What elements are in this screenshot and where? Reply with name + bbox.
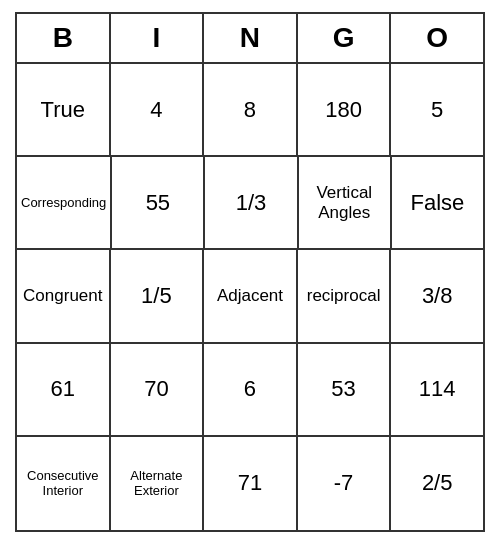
grid-row-1: Corresponding551/3Vertical AnglesFalse bbox=[17, 157, 483, 250]
grid-cell-3-0: 61 bbox=[17, 344, 111, 437]
grid-cell-0-3: 180 bbox=[298, 64, 392, 157]
bingo-grid: True481805Corresponding551/3Vertical Ang… bbox=[17, 64, 483, 530]
grid-cell-0-0: True bbox=[17, 64, 111, 157]
grid-cell-1-1: 55 bbox=[112, 157, 205, 250]
header-cell-i: I bbox=[111, 14, 205, 64]
grid-cell-1-0: Corresponding bbox=[17, 157, 112, 250]
grid-cell-0-1: 4 bbox=[111, 64, 205, 157]
grid-cell-2-0: Congruent bbox=[17, 250, 111, 343]
grid-cell-2-4: 3/8 bbox=[391, 250, 483, 343]
grid-row-2: Congruent1/5Adjacentreciprocal3/8 bbox=[17, 250, 483, 343]
grid-cell-3-2: 6 bbox=[204, 344, 298, 437]
grid-cell-1-3: Vertical Angles bbox=[299, 157, 392, 250]
grid-cell-2-1: 1/5 bbox=[111, 250, 205, 343]
grid-row-3: 6170653114 bbox=[17, 344, 483, 437]
grid-row-4: Consecutive InteriorAlternate Exterior71… bbox=[17, 437, 483, 530]
grid-cell-4-4: 2/5 bbox=[391, 437, 483, 530]
grid-cell-1-4: False bbox=[392, 157, 483, 250]
bingo-card: BINGO True481805Corresponding551/3Vertic… bbox=[15, 12, 485, 532]
header-cell-b: B bbox=[17, 14, 111, 64]
header-row: BINGO bbox=[17, 14, 483, 64]
grid-cell-4-3: -7 bbox=[298, 437, 392, 530]
header-cell-o: O bbox=[391, 14, 483, 64]
header-cell-n: N bbox=[204, 14, 298, 64]
grid-cell-2-2: Adjacent bbox=[204, 250, 298, 343]
grid-cell-3-1: 70 bbox=[111, 344, 205, 437]
header-cell-g: G bbox=[298, 14, 392, 64]
grid-cell-4-2: 71 bbox=[204, 437, 298, 530]
grid-cell-3-3: 53 bbox=[298, 344, 392, 437]
grid-cell-0-4: 5 bbox=[391, 64, 483, 157]
grid-cell-3-4: 114 bbox=[391, 344, 483, 437]
grid-cell-2-3: reciprocal bbox=[298, 250, 392, 343]
grid-cell-4-1: Alternate Exterior bbox=[111, 437, 205, 530]
grid-cell-4-0: Consecutive Interior bbox=[17, 437, 111, 530]
grid-cell-1-2: 1/3 bbox=[205, 157, 298, 250]
grid-cell-0-2: 8 bbox=[204, 64, 298, 157]
grid-row-0: True481805 bbox=[17, 64, 483, 157]
